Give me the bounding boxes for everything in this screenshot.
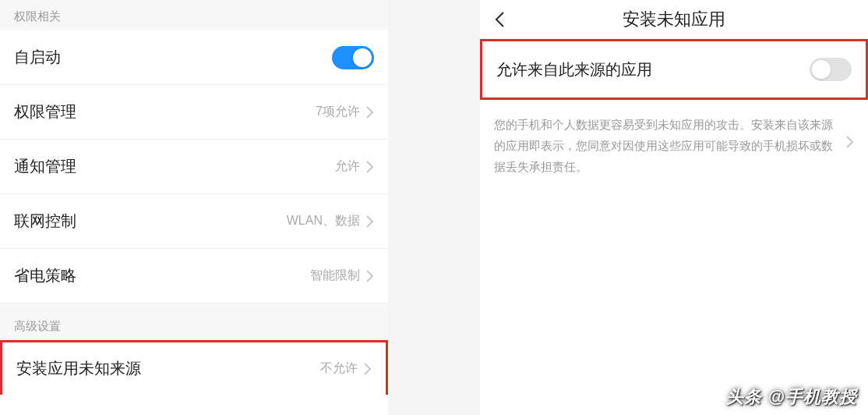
watermark: 头条 @手机教授 [726,385,857,409]
notification-value: 允许 [335,158,360,175]
autostart-toggle[interactable] [332,46,374,69]
chevron-right-icon [846,136,854,148]
row-right: 智能限制 [310,268,374,284]
row-autostart[interactable]: 自启动 [0,30,388,85]
chevron-right-icon [366,106,374,119]
chevron-right-icon [364,363,372,375]
allow-toggle[interactable] [810,58,852,81]
section-header-advanced: 高级设置 [0,310,388,340]
left-settings-panel: 权限相关 自启动 权限管理 7项允许 通知管理 允许 联网控制 WLAN、数据 [0,0,388,415]
info-text: 您的手机和个人数据更容易受到未知应用的攻击。安装来自该来源的应用即表示，您同意对… [494,114,837,177]
row-install-unknown-source[interactable]: 安装应用未知来源 不允许 [0,340,388,395]
right-install-unknown-panel: 安装未知应用 允许来自此来源的应用 您的手机和个人数据更容易受到未知应用的攻击。… [480,0,868,415]
chevron-right-icon [366,270,374,282]
row-network-control[interactable]: 联网控制 WLAN、数据 [0,194,388,249]
toggle-knob [353,48,372,67]
permission-label: 权限管理 [14,101,76,122]
battery-value: 智能限制 [310,268,360,284]
autostart-label: 自启动 [14,47,61,68]
row-permission-management[interactable]: 权限管理 7项允许 [0,85,388,140]
divider [0,303,388,310]
chevron-right-icon [366,161,374,173]
row-right: 不允许 [320,360,372,377]
row-battery-strategy[interactable]: 省电策略 智能限制 [0,249,388,303]
network-value: WLAN、数据 [287,213,360,229]
notification-label: 通知管理 [14,156,76,177]
network-label: 联网控制 [14,211,76,232]
allow-label: 允许来自此来源的应用 [496,59,652,80]
battery-label: 省电策略 [14,265,76,286]
row-allow-from-source[interactable]: 允许来自此来源的应用 [480,39,868,100]
chevron-right-icon [366,215,374,228]
info-row[interactable]: 您的手机和个人数据更容易受到未知应用的攻击。安装来自该来源的应用即表示，您同意对… [480,100,868,191]
back-button[interactable] [494,11,505,28]
unknown-source-value: 不允许 [320,360,358,377]
row-right: 7项允许 [316,104,374,120]
toggle-knob [812,60,831,79]
section-header-permissions: 权限相关 [0,0,388,30]
unknown-source-label: 安装应用未知来源 [16,358,141,379]
row-notification-management[interactable]: 通知管理 允许 [0,140,388,194]
page-title: 安装未知应用 [494,8,854,31]
header-bar: 安装未知应用 [480,0,868,39]
permission-value: 7项允许 [316,104,360,120]
row-right: WLAN、数据 [287,213,374,229]
row-right: 允许 [335,158,374,175]
